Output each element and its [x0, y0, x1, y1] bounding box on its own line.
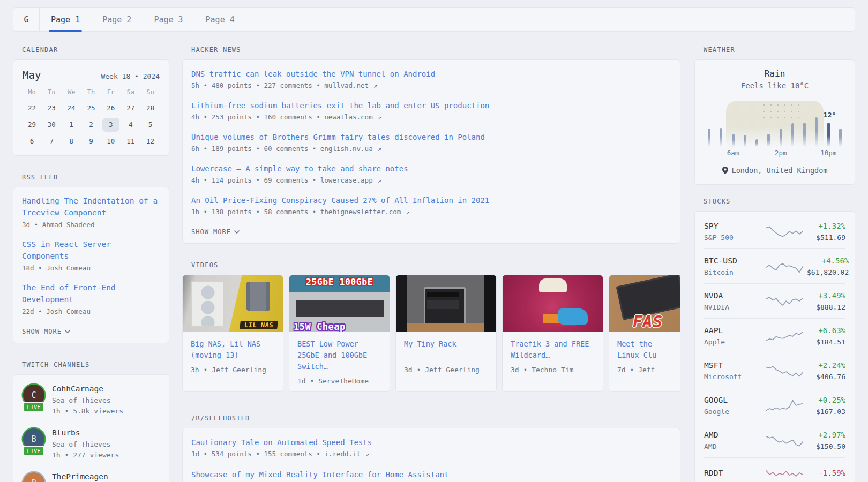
stock-identity: RDDT [704, 468, 762, 479]
stock-price: $888.12 [807, 302, 845, 312]
video-card[interactable]: My Tiny Rack 3d • Jeff Geerling [395, 275, 497, 392]
video-thumbnail[interactable]: LIL NAS [183, 275, 283, 332]
rain-dots-pattern [760, 102, 803, 124]
video-meta: 7d • Jeff [617, 366, 680, 374]
page-tab[interactable]: Page 1 [40, 8, 91, 31]
weather-condition: Rain [704, 69, 846, 79]
video-title-link[interactable]: BEST Low Power 25GbE and 100GbE Switch… [297, 338, 381, 372]
page-tab[interactable]: Page 3 [143, 8, 194, 31]
twitch-avatar-wrap: C LIVE [22, 383, 52, 417]
stock-change: -1.59% [807, 468, 845, 478]
stock-row[interactable]: NVDA NVIDIA +3.49% $888.12 [704, 283, 845, 318]
stock-row[interactable]: AMD AMD +2.97% $150.50 [704, 423, 845, 457]
rss-card: Handling The Indentation of a Treeview C… [13, 187, 169, 343]
hacker-news-item-link[interactable]: An Oil Price-Fixing Conspiracy Caused 27… [191, 194, 671, 206]
video-thumbnail[interactable]: 25GbE 100GbE 15W Cheap [289, 275, 390, 332]
rss-show-more[interactable]: SHOW MORE [22, 328, 70, 335]
video-title-link[interactable]: My Tiny Rack [404, 338, 488, 361]
twitch-channel-name: Blurbs [52, 427, 119, 438]
weather-bar [803, 123, 806, 147]
external-link-icon: ↗ [374, 114, 381, 121]
stock-row[interactable]: MSFT Microsoft +2.24% $406.76 [704, 353, 845, 388]
twitch-channel-game: Sea of Thieves [52, 439, 119, 450]
calendar-day: 7 [43, 134, 60, 148]
calendar-weekday: We [62, 88, 81, 96]
stock-row[interactable]: RDDT -1.59% [704, 457, 845, 482]
stock-symbol: AAPL [704, 325, 762, 336]
rss-section-title: RSS FEED [22, 174, 169, 181]
rss-item: The End of Front-End Development 22d • J… [22, 282, 160, 317]
stock-price: $61,820.02 [807, 267, 849, 277]
video-card[interactable]: Traefik 3 and FREE Wildcard… 3d • Techno… [502, 275, 603, 392]
reddit-item: Showcase of my Mixed Reality Interface f… [191, 469, 671, 480]
calendar-day: 2 [83, 118, 100, 132]
rss-item-link[interactable]: The End of Front-End Development [22, 282, 160, 305]
reddit-item-link[interactable]: Cautionary Tale on Automated Speed Tests [191, 436, 671, 448]
twitch-channel-row[interactable]: B LIVE Blurbs Sea of Thieves 1h • 277 vi… [22, 427, 160, 461]
reddit-item-link[interactable]: Showcase of my Mixed Reality Interface f… [191, 469, 671, 480]
stock-change: +0.25% [807, 395, 845, 405]
hacker-news-item-link[interactable]: DNS traffic can leak outside the VPN tun… [191, 68, 671, 80]
page-tab[interactable]: Page 4 [194, 8, 246, 31]
video-meta: 3h • Jeff Geerling [191, 366, 275, 374]
hacker-news-item: An Oil Price-Fixing Conspiracy Caused 27… [191, 194, 671, 218]
reddit-item: Cautionary Tale on Automated Speed Tests… [191, 436, 671, 460]
twitch-channel-info: Blurbs Sea of Thieves 1h • 277 viewers [52, 427, 119, 461]
twitch-channel-row[interactable]: C LIVE CohhCarnage Sea of Thieves 1h • 5… [22, 383, 160, 417]
video-thumbnail[interactable] [396, 275, 496, 332]
calendar-day: 22 [23, 101, 40, 115]
hacker-news-item: Unique volumes of Brothers Grimm fairy t… [191, 131, 671, 155]
location-pin-icon [722, 167, 728, 174]
thumbnail-text: 15W Cheap [294, 321, 346, 332]
rss-item-link[interactable]: Handling The Indentation of a Treeview C… [22, 195, 160, 219]
stock-row[interactable]: AAPL Apple +6.63% $184.51 [704, 318, 845, 353]
weather-location-row: London, United Kingdom [704, 166, 846, 175]
twitch-channel-row[interactable]: P ThePrimeagen [22, 471, 160, 482]
external-link-icon: ↗ [402, 208, 409, 216]
weather-feels-like: Feels like 10°C [704, 81, 846, 90]
stock-row[interactable]: GOOGL Google +0.25% $167.03 [704, 388, 845, 423]
calendar-weekday: Su [140, 88, 160, 96]
hacker-news-show-more[interactable]: SHOW MORE [191, 228, 240, 236]
weather-bar [755, 139, 758, 147]
calendar-day: 1 [63, 118, 80, 132]
hacker-news-item-link[interactable]: Lithium-free sodium batteries exit the l… [191, 100, 671, 111]
twitch-channel-meta: 1h • 277 viewers [52, 450, 119, 461]
stock-sparkline [765, 258, 804, 276]
video-title-link[interactable]: Traefik 3 and FREE Wildcard… [511, 338, 595, 361]
video-thumbnail[interactable] [503, 275, 603, 332]
video-title-link[interactable]: Big NAS, Lil NAS (moving 13) [191, 338, 275, 361]
stock-change: +2.24% [807, 360, 845, 371]
stock-sparkline [765, 464, 804, 482]
stock-identity: SPY S&P 500 [704, 221, 762, 243]
avatar: P [23, 472, 44, 482]
page-tab-label: Page 4 [206, 15, 235, 25]
rss-item-meta: 22d • Josh Comeau [22, 306, 160, 317]
stocks-section: STOCKS SPY S&P 500 +1.32% $511.69 [694, 198, 855, 482]
hacker-news-item-link[interactable]: Unique volumes of Brothers Grimm fairy t… [191, 131, 671, 143]
rss-item-link[interactable]: CSS in React Server Components [22, 239, 160, 262]
stock-change: +2.97% [807, 430, 845, 440]
twitch-section: TWITCH CHANNELS C LIVE CohhCarnage [13, 361, 169, 482]
video-title-link[interactable]: Meet the Linux Clu [617, 338, 680, 361]
calendar-week-label: Week 18 • 2024 [101, 72, 160, 80]
twitch-card: C LIVE CohhCarnage Sea of Thieves 1h • 5… [13, 374, 169, 482]
twitch-channel-info: ThePrimeagen [52, 471, 108, 482]
thumbnail-text: LIL NAS [240, 321, 278, 329]
video-card[interactable]: 25GbE 100GbE 15W Cheap BEST Low Power 25… [289, 275, 390, 392]
video-card[interactable]: FAS Meet the Linux Clu 7d • Jeff [609, 275, 680, 392]
video-thumbnail[interactable]: FAS [609, 275, 680, 332]
hacker-news-item-meta: 6h • 189 points • 60 comments • english.… [191, 143, 671, 155]
twitch-channel-name: CohhCarnage [52, 383, 123, 394]
page-tab[interactable]: Page 2 [91, 8, 143, 31]
stock-identity: GOOGL Google [704, 395, 762, 417]
live-badge: LIVE [23, 446, 44, 456]
twitch-channel-info: CohhCarnage Sea of Thieves 1h • 5.8k vie… [52, 383, 123, 417]
hacker-news-item-link[interactable]: Lowercase – A simple way to take and sha… [191, 163, 671, 175]
stock-row[interactable]: SPY S&P 500 +1.32% $511.69 [704, 214, 845, 248]
stock-row[interactable]: BTC-USD Bitcoin +4.56% $61,820.02 [704, 248, 845, 283]
reddit-item-meta: 1d • 534 points • 155 comments • i.redd.… [191, 448, 671, 460]
weather-hour-label: 10pm [820, 149, 836, 157]
calendar-day: 27 [122, 101, 139, 115]
video-card[interactable]: LIL NAS Big NAS, Lil NAS (moving 13) 3h … [182, 275, 283, 392]
